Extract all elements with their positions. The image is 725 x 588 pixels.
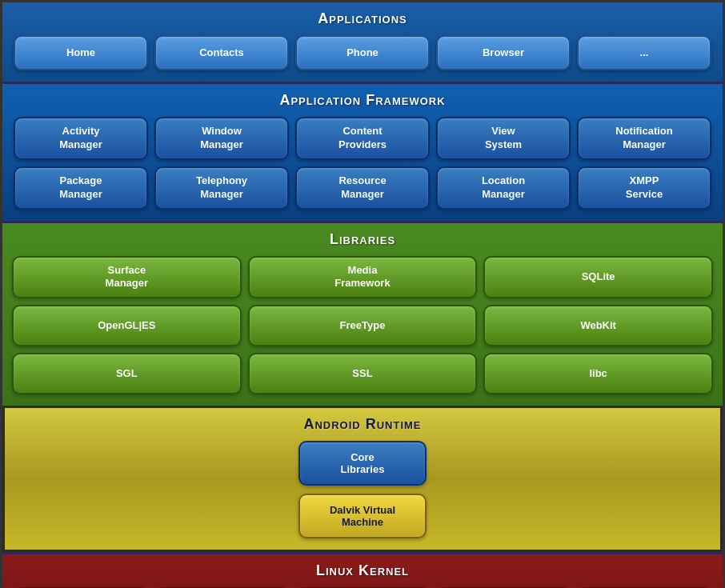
lib-freetype: FreeType <box>248 305 478 346</box>
framework-window-manager: WindowManager <box>154 117 289 160</box>
app-home: Home <box>14 35 148 70</box>
libraries-panel: Libraries SurfaceManager MediaFramework … <box>2 223 723 406</box>
framework-rows: ActivityManager WindowManager ContentPro… <box>14 117 711 210</box>
app-more: ... <box>577 35 711 70</box>
framework-resource-manager: ResourceManager <box>295 166 430 210</box>
framework-view-system: ViewSystem <box>436 117 571 160</box>
lib-media-framework: MediaFramework <box>248 256 478 299</box>
framework-package-manager: PackageManager <box>14 166 148 210</box>
runtime-core-libraries: CoreLibraries <box>298 441 427 486</box>
lib-libc: libc <box>483 353 713 394</box>
framework-content-providers: ContentProviders <box>295 117 430 160</box>
lib-sqlite: SQLite <box>483 256 713 299</box>
applications-grid: Home Contacts Phone Browser ... <box>14 35 711 70</box>
framework-title: Application Framework <box>14 92 711 109</box>
libraries-title: Libraries <box>12 231 713 248</box>
framework-telephony-manager: TelephonyManager <box>154 166 289 210</box>
android-architecture-diagram: Applications Home Contacts Phone Browser… <box>0 0 725 588</box>
kernel-title: Linux Kernel <box>14 562 711 579</box>
framework-row-1: ActivityManager WindowManager ContentPro… <box>14 117 711 160</box>
runtime-dalvik-vm: Dalvik VirtualMachine <box>298 494 427 538</box>
framework-activity-manager: ActivityManager <box>14 117 148 160</box>
runtime-grid: CoreLibraries Dalvik VirtualMachine <box>14 441 711 538</box>
kernel-section: Linux Kernel DisplayDriver CameraDriver … <box>2 552 723 588</box>
lib-sgl: SGL <box>12 353 242 394</box>
lib-webkit: WebKit <box>483 305 713 346</box>
app-browser: Browser <box>436 35 571 70</box>
lib-ssl: SSL <box>248 353 478 394</box>
framework-location-manager: LocationManager <box>436 166 571 210</box>
framework-notification-manager: NotificationManager <box>577 117 711 160</box>
runtime-panel: Android Runtime CoreLibraries Dalvik Vir… <box>2 406 723 552</box>
framework-xmpp-service: XMPPService <box>577 166 711 210</box>
libraries-runtime-section: Libraries SurfaceManager MediaFramework … <box>2 221 723 553</box>
app-phone: Phone <box>295 35 430 70</box>
libraries-grid: SurfaceManager MediaFramework SQLite Ope… <box>12 256 713 395</box>
applications-title: Applications <box>14 10 711 27</box>
framework-row-2: PackageManager TelephonyManager Resource… <box>14 166 711 210</box>
runtime-title: Android Runtime <box>14 416 711 433</box>
app-contacts: Contacts <box>154 35 289 70</box>
applications-section: Applications Home Contacts Phone Browser… <box>2 2 723 82</box>
lib-opengl-es: OpenGL|ES <box>12 305 242 346</box>
framework-section: Application Framework ActivityManager Wi… <box>2 82 723 221</box>
lib-surface-manager: SurfaceManager <box>12 256 242 299</box>
